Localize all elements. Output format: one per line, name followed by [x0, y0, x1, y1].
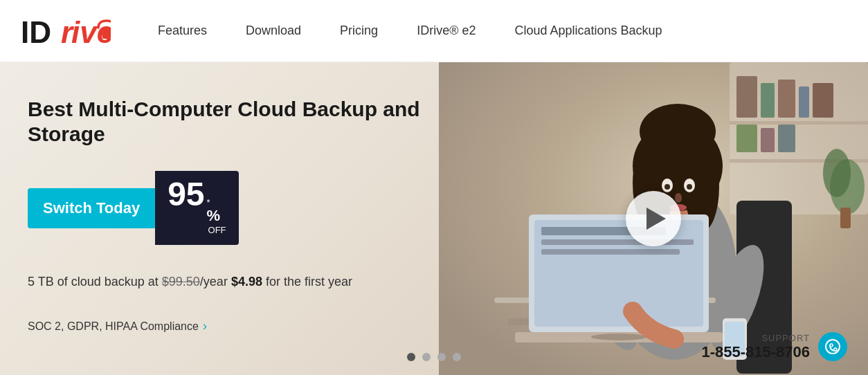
svg-point-31: [664, 184, 670, 190]
nav-features[interactable]: Features: [138, 24, 226, 38]
pricing-info: 5 TB of cloud backup at $99.50/year $4.9…: [28, 273, 429, 291]
play-button[interactable]: [626, 191, 681, 246]
svg-rect-18: [840, 208, 851, 228]
nav-pricing[interactable]: Pricing: [320, 24, 397, 38]
new-price: $4.98: [231, 275, 262, 289]
dot-2[interactable]: [422, 353, 431, 361]
pricing-suffix: for the first year: [262, 275, 352, 289]
header: ID r ive Features Download Pricing IDriv…: [0, 0, 868, 62]
svg-rect-9: [799, 86, 809, 118]
support-text: SUPPORT 1-855-815-8706: [701, 333, 810, 361]
hero-section: Best Multi-Computer Cloud Backup and Sto…: [0, 62, 868, 375]
discount-percent: %: [207, 207, 221, 225]
svg-point-32: [687, 184, 692, 190]
play-icon: [647, 208, 666, 230]
switch-today-button[interactable]: Switch Today 95 * % OFF: [28, 171, 239, 245]
svg-text:ID: ID: [21, 15, 51, 48]
svg-rect-14: [730, 121, 868, 125]
svg-rect-13: [778, 125, 795, 152]
svg-rect-12: [761, 128, 775, 152]
svg-point-17: [823, 149, 851, 197]
hero-headline: Best Multi-Computer Cloud Backup and Sto…: [28, 97, 429, 147]
switch-label: Switch Today: [28, 188, 155, 228]
dot-3[interactable]: [437, 353, 446, 361]
compliance-text: SOC 2, GDPR, HIPAA Compliance: [28, 320, 199, 333]
svg-point-33: [675, 193, 682, 203]
hero-left-content: Best Multi-Computer Cloud Backup and Sto…: [0, 62, 457, 375]
dot-1[interactable]: [407, 353, 415, 361]
switch-discount-badge: 95 * % OFF: [155, 171, 238, 245]
price-period: /year: [200, 275, 228, 289]
discount-star: *: [207, 198, 210, 207]
discount-number: 95: [168, 178, 204, 211]
discount-off: OFF: [208, 225, 226, 235]
dot-4[interactable]: [453, 353, 461, 361]
compliance-link[interactable]: SOC 2, GDPR, HIPAA Compliance ›: [28, 319, 429, 333]
logo[interactable]: ID r ive: [21, 14, 111, 48]
svg-rect-7: [761, 83, 775, 118]
support-label: SUPPORT: [701, 333, 810, 343]
nav-idrive-e2[interactable]: IDrive® e2: [397, 24, 495, 38]
nav-download[interactable]: Download: [226, 24, 320, 38]
support-section: SUPPORT 1-855-815-8706: [701, 332, 847, 361]
svg-rect-8: [778, 80, 795, 118]
svg-rect-6: [736, 76, 757, 118]
nav-cloud-applications[interactable]: Cloud Applications Backup: [495, 24, 681, 38]
svg-rect-3: [102, 28, 111, 39]
svg-point-45: [591, 333, 647, 340]
pricing-prefix: 5 TB of cloud backup at: [28, 275, 162, 289]
svg-rect-40: [534, 220, 703, 327]
main-nav: Features Download Pricing IDrive® e2 Clo…: [138, 24, 682, 38]
old-price: $99.50: [162, 275, 200, 289]
svg-point-28: [640, 104, 716, 159]
svg-rect-11: [736, 125, 757, 152]
support-phone-icon[interactable]: [818, 332, 847, 361]
svg-rect-43: [541, 249, 680, 255]
svg-rect-10: [813, 83, 833, 118]
compliance-arrow-icon: ›: [203, 319, 207, 333]
carousel-dots: [407, 353, 461, 361]
support-phone[interactable]: 1-855-815-8706: [701, 343, 810, 361]
hero-image-area: [439, 62, 868, 375]
